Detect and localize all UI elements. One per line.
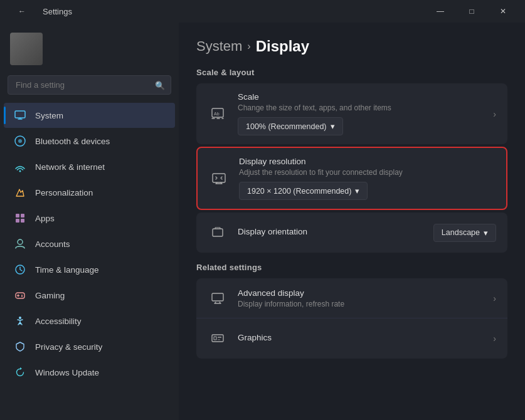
sidebar-item-label-accessibility: Accessibility bbox=[35, 317, 82, 326]
svg-point-8 bbox=[18, 239, 23, 244]
scale-icon: Ab bbox=[208, 104, 228, 124]
time-icon bbox=[14, 263, 26, 276]
sidebar-item-accessibility[interactable]: Accessibility bbox=[4, 308, 175, 333]
graphics-icon bbox=[208, 328, 228, 349]
resolution-dropdown-chevron: ▾ bbox=[355, 186, 359, 196]
sidebar-item-label-gaming: Gaming bbox=[35, 291, 65, 300]
profile-section bbox=[0, 23, 179, 73]
graphics-row[interactable]: Graphics › bbox=[196, 318, 507, 359]
resolution-dropdown[interactable]: 1920 × 1200 (Recommended) ▾ bbox=[239, 182, 368, 200]
orientation-icon bbox=[208, 223, 228, 243]
svg-point-12 bbox=[21, 296, 23, 297]
svg-rect-5 bbox=[21, 214, 24, 218]
svg-text:Ab: Ab bbox=[214, 112, 220, 116]
orientation-dropdown[interactable]: Landscape ▾ bbox=[433, 224, 496, 242]
search-input[interactable] bbox=[8, 75, 171, 95]
sidebar-item-label-time: Time & language bbox=[35, 265, 99, 275]
scale-desc: Change the size of text, apps, and other… bbox=[238, 103, 483, 112]
page-header: System › Display bbox=[196, 38, 507, 55]
scale-card: Ab Scale Change the size of text, apps, … bbox=[196, 83, 507, 144]
svg-rect-18 bbox=[212, 293, 223, 301]
advanced-display-desc: Display information, refresh rate bbox=[238, 300, 483, 308]
graphics-action: › bbox=[493, 333, 496, 344]
sidebar-item-privacy[interactable]: Privacy & security bbox=[4, 334, 175, 359]
orientation-card: Display orientation Landscape ▾ bbox=[196, 213, 507, 253]
orientation-row-action: Landscape ▾ bbox=[433, 224, 496, 242]
advanced-display-chevron: › bbox=[493, 293, 496, 303]
orientation-row-content: Display orientation bbox=[238, 227, 423, 238]
sidebar-item-label-personalization: Personalization bbox=[35, 188, 93, 197]
svg-rect-17 bbox=[213, 229, 223, 236]
orientation-title: Display orientation bbox=[238, 227, 423, 236]
scale-chevron-right: › bbox=[493, 109, 496, 119]
sidebar-item-system[interactable]: System bbox=[4, 103, 175, 128]
svg-rect-0 bbox=[15, 111, 25, 118]
orientation-row[interactable]: Display orientation Landscape ▾ bbox=[196, 213, 507, 253]
orientation-dropdown-chevron: ▾ bbox=[484, 228, 488, 238]
back-button[interactable]: ← bbox=[8, 0, 36, 23]
sidebar-item-label-network: Network & internet bbox=[35, 162, 105, 172]
resolution-row[interactable]: Display resolution Adjust the resolution… bbox=[209, 157, 495, 200]
svg-rect-22 bbox=[218, 339, 220, 340]
sidebar-item-label-bluetooth: Bluetooth & devices bbox=[35, 137, 110, 146]
graphics-chevron: › bbox=[493, 333, 496, 344]
minimize-button[interactable]: — bbox=[426, 0, 455, 23]
sidebar-item-gaming[interactable]: Gaming bbox=[4, 283, 175, 308]
titlebar-left: ← Settings bbox=[8, 0, 72, 23]
update-icon bbox=[14, 366, 26, 379]
sidebar-item-network[interactable]: Network & internet bbox=[4, 154, 175, 179]
sidebar-item-apps[interactable]: Apps bbox=[4, 206, 175, 231]
maximize-button[interactable]: □ bbox=[457, 0, 486, 23]
apps-icon bbox=[14, 212, 26, 224]
accessibility-icon bbox=[14, 315, 26, 327]
svg-point-13 bbox=[19, 317, 21, 319]
advanced-display-content: Advanced display Display information, re… bbox=[238, 288, 483, 308]
search-icon: 🔍 bbox=[155, 80, 165, 90]
breadcrumb-current: Display bbox=[256, 38, 309, 55]
sidebar-nav: System Bluetooth & devices bbox=[0, 102, 179, 386]
advanced-display-action: › bbox=[493, 293, 496, 303]
graphics-content: Graphics bbox=[238, 333, 483, 344]
privacy-icon bbox=[14, 340, 26, 353]
sidebar-item-accounts[interactable]: Accounts bbox=[4, 231, 175, 256]
scale-row-action: › bbox=[493, 109, 496, 119]
search-box: 🔍 bbox=[8, 75, 171, 95]
svg-point-2 bbox=[18, 139, 22, 143]
svg-rect-6 bbox=[16, 219, 19, 223]
scale-title: Scale bbox=[238, 92, 483, 102]
svg-rect-20 bbox=[214, 337, 216, 340]
advanced-display-title: Advanced display bbox=[238, 288, 483, 298]
gaming-icon bbox=[14, 289, 26, 302]
titlebar: ← Settings — □ ✕ bbox=[0, 0, 525, 23]
sidebar: 🔍 System Blue bbox=[0, 23, 179, 420]
sidebar-item-time[interactable]: Time & language bbox=[4, 257, 175, 282]
bluetooth-icon bbox=[14, 135, 26, 147]
system-icon bbox=[14, 109, 26, 122]
avatar-image bbox=[10, 33, 43, 65]
graphics-title: Graphics bbox=[238, 333, 483, 342]
related-settings-card: Advanced display Display information, re… bbox=[196, 278, 507, 359]
sidebar-item-label-accounts: Accounts bbox=[35, 239, 70, 249]
breadcrumb-parent[interactable]: System bbox=[196, 38, 242, 55]
scale-row[interactable]: Ab Scale Change the size of text, apps, … bbox=[196, 83, 507, 144]
advanced-display-icon bbox=[208, 288, 228, 308]
network-icon bbox=[14, 160, 26, 173]
sidebar-item-label-privacy: Privacy & security bbox=[35, 342, 102, 352]
sidebar-item-personalization[interactable]: Personalization bbox=[4, 180, 175, 205]
close-button[interactable]: ✕ bbox=[489, 0, 517, 23]
resolution-desc: Adjust the resolution to fit your connec… bbox=[239, 168, 495, 177]
app-body: 🔍 System Blue bbox=[0, 23, 525, 420]
avatar bbox=[10, 33, 43, 65]
resolution-row-content: Display resolution Adjust the resolution… bbox=[239, 157, 495, 200]
advanced-display-row[interactable]: Advanced display Display information, re… bbox=[196, 278, 507, 318]
sidebar-item-update[interactable]: Windows Update bbox=[4, 360, 175, 385]
resolution-icon bbox=[209, 169, 229, 189]
svg-rect-21 bbox=[218, 337, 221, 338]
svg-rect-16 bbox=[213, 174, 225, 182]
main-content: System › Display Scale & layout Ab Scale… bbox=[179, 23, 525, 420]
sidebar-item-bluetooth[interactable]: Bluetooth & devices bbox=[4, 129, 175, 154]
svg-point-3 bbox=[19, 171, 21, 172]
breadcrumb-arrow: › bbox=[247, 41, 250, 52]
sidebar-item-label-apps: Apps bbox=[35, 214, 55, 223]
scale-dropdown[interactable]: 100% (Recommended) ▾ bbox=[238, 117, 343, 135]
